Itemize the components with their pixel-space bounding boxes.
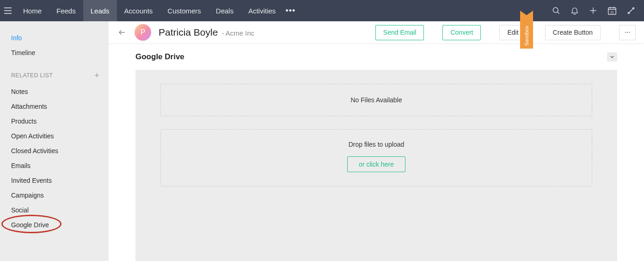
content-area: P Patricia Boyle - Acme Inc Send Email C… <box>109 21 644 261</box>
avatar: P <box>135 24 151 41</box>
section-body: Google Drive No Files Available Drop fil… <box>109 44 644 261</box>
nav-activities[interactable]: Activities <box>241 0 283 21</box>
plus-icon[interactable] <box>589 6 598 15</box>
top-nav: Home Feeds Leads Accounts Customers Deal… <box>0 0 644 21</box>
related-list-header: RELATED LIST + <box>0 61 109 84</box>
related-item-label: Google Drive <box>11 221 49 229</box>
nav-leads[interactable]: Leads <box>83 0 117 21</box>
sidebar-tab-timeline[interactable]: Timeline <box>0 46 109 61</box>
collapse-icon[interactable] <box>607 52 617 62</box>
related-item-notes[interactable]: Notes <box>0 84 109 99</box>
back-icon[interactable] <box>117 28 127 37</box>
record-header: P Patricia Boyle - Acme Inc Send Email C… <box>109 21 644 44</box>
related-list-title: RELATED LIST <box>11 72 53 79</box>
add-related-icon[interactable]: + <box>94 71 99 80</box>
related-item-campaigns[interactable]: Campaigns <box>0 188 109 203</box>
search-icon[interactable] <box>552 6 561 15</box>
section-title-row: Google Drive <box>135 52 617 62</box>
main-layout: Info Timeline RELATED LIST + Notes Attac… <box>0 21 644 261</box>
nav-home[interactable]: Home <box>16 0 49 21</box>
related-item-products[interactable]: Products <box>0 114 109 129</box>
nav-accounts[interactable]: Accounts <box>117 0 160 21</box>
no-files-box: No Files Available <box>160 84 592 116</box>
convert-button[interactable]: Convert <box>442 25 481 40</box>
nav-customers[interactable]: Customers <box>160 0 209 21</box>
nav-more-icon[interactable]: ••• <box>283 6 298 16</box>
related-item-attachments[interactable]: Attachments <box>0 99 109 114</box>
create-button-button[interactable]: Create Button <box>545 25 601 40</box>
send-email-button[interactable]: Send Email <box>375 25 424 40</box>
tools-icon[interactable] <box>626 6 636 15</box>
svg-text:31: 31 <box>610 10 614 14</box>
dropzone[interactable]: Drop files to upload or click here <box>160 129 592 186</box>
related-item-google-drive[interactable]: Google Drive <box>0 218 109 232</box>
svg-point-16 <box>627 32 628 33</box>
related-item-emails[interactable]: Emails <box>0 158 109 173</box>
company-name: - Acme Inc <box>221 29 254 37</box>
sandbox-ribbon: Sandbox <box>520 11 533 49</box>
sidebar: Info Timeline RELATED LIST + Notes Attac… <box>0 21 109 261</box>
related-item-closed-activities[interactable]: Closed Activities <box>0 143 109 158</box>
sidebar-tab-info[interactable]: Info <box>0 31 109 46</box>
dropzone-label: Drop files to upload <box>166 141 587 148</box>
or-click-here-button[interactable]: or click here <box>347 156 405 172</box>
svg-point-3 <box>553 7 558 12</box>
bell-icon[interactable] <box>570 6 579 15</box>
svg-line-4 <box>558 12 559 14</box>
svg-point-15 <box>625 32 626 33</box>
person-name: Patricia Boyle <box>159 27 218 38</box>
record-title: Patricia Boyle - Acme Inc <box>159 27 254 38</box>
calendar-icon[interactable]: 31 <box>607 6 617 16</box>
more-actions-button[interactable] <box>619 25 636 40</box>
related-item-open-activities[interactable]: Open Activities <box>0 129 109 143</box>
related-item-social[interactable]: Social <box>0 203 109 218</box>
svg-point-17 <box>629 32 630 33</box>
related-item-invited-events[interactable]: Invited Events <box>0 173 109 188</box>
menu-icon[interactable] <box>0 7 16 14</box>
nav-utility-icons: 31 <box>543 6 644 16</box>
nav-items: Home Feeds Leads Accounts Customers Deal… <box>16 0 283 21</box>
nav-feeds[interactable]: Feeds <box>49 0 83 21</box>
section-title: Google Drive <box>135 52 184 62</box>
no-files-text: No Files Available <box>350 96 402 104</box>
google-drive-panel: No Files Available Drop files to upload … <box>135 70 617 261</box>
nav-deals[interactable]: Deals <box>209 0 241 21</box>
